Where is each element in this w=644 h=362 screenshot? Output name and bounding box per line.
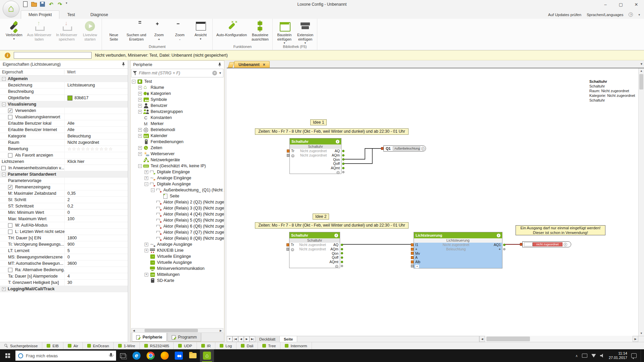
bausteine-ausrichten-button[interactable]: Bausteine ausrichten bbox=[249, 19, 271, 45]
tree-horizontal-scrollbar[interactable]: ◀ ▶ bbox=[131, 328, 223, 333]
liveview-starten-button[interactable]: Liveview starten bbox=[79, 19, 100, 45]
tree-item-benutzergruppen[interactable]: +Benutzergruppen bbox=[130, 109, 224, 115]
tree-item-analoge-ausgänge[interactable]: +Analoge Ausgänge bbox=[130, 241, 224, 247]
taskbar-app-dropbox[interactable] bbox=[172, 349, 186, 362]
tree-item-aktor-relais-6-q6-nicht-zuge[interactable]: Aktor (Relais) 6 (Q6) (Nicht zuge bbox=[130, 223, 224, 229]
menu-down-icon[interactable]: ▼ bbox=[227, 336, 232, 342]
expander-icon[interactable]: − bbox=[2, 103, 6, 106]
expander-icon[interactable]: + bbox=[145, 273, 148, 277]
expander-icon[interactable]: + bbox=[138, 110, 142, 114]
tree-item-wetterserver[interactable]: +Wetterserver bbox=[130, 151, 224, 157]
menu-tab-diagnose[interactable]: Diagnose bbox=[83, 10, 116, 19]
property-row-ta-dauer-s-alarmperiode[interactable]: Ta: Dauer [s] Alarmperiode4 bbox=[0, 273, 128, 280]
tree-item-digitale-eingänge[interactable]: +Digitale Eingänge bbox=[130, 169, 224, 175]
output-connector[interactable] bbox=[342, 171, 344, 173]
add-input-icon[interactable]: + bbox=[291, 248, 294, 251]
taskbar-app-firefox[interactable] bbox=[158, 349, 172, 362]
expander-icon[interactable]: − bbox=[2, 173, 6, 176]
checkbox[interactable] bbox=[8, 115, 12, 119]
property-row-t-grenzwert-helligkeit-lux[interactable]: T: Grenzwert Helligkeit [lux]30 bbox=[0, 280, 128, 286]
zoom-button[interactable]: Zoom + bbox=[149, 19, 169, 45]
next-page-icon[interactable]: ▶ bbox=[244, 336, 250, 342]
scroll-up-icon[interactable]: ▲ bbox=[639, 68, 644, 73]
ansicht-button[interactable]: Ansicht▼ bbox=[190, 19, 211, 45]
property-row-si-schritt[interactable]: SI: Schritt2 bbox=[0, 197, 128, 203]
info-icon[interactable] bbox=[334, 234, 338, 237]
help-icon[interactable]: ? bbox=[629, 12, 633, 17]
schaltuhr-block-1[interactable]: Schaltuhr Schaltuhr TrNicht zugeordnetAQ… bbox=[289, 138, 341, 174]
input-connector[interactable] bbox=[411, 243, 414, 246]
scrollbar-thumb[interactable] bbox=[639, 74, 643, 89]
add-input-icon[interactable]: + bbox=[291, 154, 294, 158]
tray-expand-icon[interactable]: ∧ bbox=[576, 354, 578, 358]
suchen-und-ersetzen-button[interactable]: Suchen und Ersetzen bbox=[124, 19, 149, 45]
tree-item-virtuelle-ausgänge[interactable]: Virtuelle Ausgänge bbox=[130, 259, 224, 265]
languages-link[interactable]: Sprachen/Languages bbox=[587, 13, 623, 17]
save-icon[interactable] bbox=[40, 1, 45, 7]
maximize-button[interactable]: ▢ bbox=[613, 0, 629, 9]
baustein-einfügen-button[interactable]: Baustein einfügen▼ bbox=[274, 19, 295, 45]
taskbar-app-loxone[interactable] bbox=[200, 349, 214, 362]
property-row-th-dauer-s-ein[interactable]: TH: Dauer [s] EIN1800 bbox=[0, 235, 128, 241]
taskbar-app-chrome[interactable] bbox=[144, 349, 158, 362]
tree-item-sd-karte[interactable]: SD-Karte bbox=[130, 278, 224, 284]
input-connector[interactable] bbox=[286, 243, 289, 246]
open-folder-icon[interactable] bbox=[31, 1, 37, 7]
unassigned-output-block[interactable]: nicht zugeordnet bbox=[522, 241, 571, 247]
scrollbar-thumb[interactable] bbox=[145, 329, 198, 332]
expander-icon[interactable]: + bbox=[145, 170, 148, 174]
tree-item-miniserverkommunikation[interactable]: Miniserverkommunikation bbox=[130, 265, 224, 272]
checkbox[interactable] bbox=[8, 153, 12, 158]
menu-tab-test[interactable]: Test bbox=[59, 10, 83, 19]
tree-item-kalender[interactable]: +Kalender bbox=[130, 133, 224, 139]
expander-icon[interactable]: + bbox=[145, 249, 148, 252]
taskbar-app-explorer[interactable] bbox=[186, 349, 200, 362]
color-swatch[interactable] bbox=[67, 96, 72, 101]
tree-item-zeiten[interactable]: +Zeiten bbox=[130, 145, 224, 151]
zeiten-banner-2[interactable]: Zeiten: Mo - Fr 7 - 8 Uhr (Okt - Feb, we… bbox=[255, 222, 409, 229]
input-connector[interactable] bbox=[411, 264, 414, 267]
extension-einfügen-button[interactable]: Extension einfügen▼ bbox=[295, 19, 316, 45]
rating-stars[interactable]: ☆☆☆☆☆☆☆☆☆☆ bbox=[67, 146, 113, 152]
column-eigenschaft[interactable]: Eigenschaft bbox=[0, 70, 64, 74]
pin-icon[interactable] bbox=[122, 62, 125, 67]
expander-icon[interactable]: + bbox=[138, 86, 142, 89]
task-view-button[interactable] bbox=[116, 349, 129, 362]
property-row-ra-alternative-bedienung[interactable]: Ra: Alternative Bedienung... bbox=[0, 267, 128, 273]
tree-item-kategorien[interactable]: +Kategorien bbox=[130, 90, 224, 97]
filter-input[interactable] bbox=[139, 71, 211, 75]
property-row-ti-verzögerung-bewegungs[interactable]: Ti: Verzögerung Bewegungs...900 bbox=[0, 241, 128, 248]
start-button[interactable] bbox=[0, 349, 15, 362]
expander-icon[interactable]: − bbox=[145, 182, 148, 186]
tree-item-digitale-ausgänge[interactable]: −Digitale Ausgänge bbox=[130, 181, 224, 187]
output-connector[interactable] bbox=[342, 158, 344, 161]
dock-tab-dali[interactable]: Dali bbox=[236, 342, 258, 349]
neue-seite-button[interactable]: Neue Seite bbox=[103, 19, 124, 45]
input-connector[interactable] bbox=[411, 260, 414, 263]
tree-item-symbole[interactable]: +Symbole bbox=[130, 97, 224, 103]
property-group-visualisierung[interactable]: −Visualisierung bbox=[0, 101, 128, 108]
expander-icon[interactable]: + bbox=[145, 176, 148, 180]
tree-item-aktor-relais-2-q2-nicht-zuge[interactable]: Aktor (Relais) 2 (Q2) (Nicht zuge bbox=[130, 199, 224, 205]
property-row-m-maximaler-zeitabstand[interactable]: M: Maximaler Zeitabstand0,35 bbox=[0, 190, 128, 197]
expander-icon[interactable]: + bbox=[138, 98, 142, 102]
clear-filter-icon[interactable]: ✕ bbox=[212, 71, 217, 75]
property-row-min-minimum-wert[interactable]: Min: Minimum Wert0 bbox=[0, 209, 128, 216]
idee2-label[interactable]: Idee 2 bbox=[313, 214, 329, 220]
property-row-erlaubte-benutzer-internet[interactable]: Erlaubte Benutzer InternetAlle bbox=[0, 127, 128, 133]
output-connector[interactable] bbox=[342, 154, 344, 157]
input-connector[interactable] bbox=[520, 243, 522, 246]
info-icon[interactable] bbox=[564, 243, 567, 246]
checkbox[interactable] bbox=[1, 166, 6, 170]
tree-item-aktor-relais-5-q5-nicht-zuge[interactable]: Aktor (Relais) 5 (Q5) (Nicht zuge bbox=[130, 217, 224, 223]
expander-icon[interactable]: + bbox=[138, 152, 142, 156]
zoom-button[interactable]: Zoom - bbox=[169, 19, 190, 45]
home-button[interactable]: ⌂ bbox=[3, 1, 19, 17]
tree-item-aktor-relais-3-q3-nicht-zuge[interactable]: Aktor (Relais) 3 (Q3) (Nicht zuge bbox=[130, 205, 224, 211]
schaltuhr-block-2[interactable]: Schaltuhr Schaltuhr TrNicht zugeordnetAQ… bbox=[289, 232, 340, 268]
checkbox[interactable] bbox=[8, 230, 12, 234]
info-icon[interactable] bbox=[421, 147, 425, 150]
scrollbar-thumb[interactable] bbox=[486, 337, 530, 341]
close-tab-icon[interactable]: × bbox=[263, 62, 265, 67]
close-button[interactable]: ✕ bbox=[629, 0, 644, 9]
